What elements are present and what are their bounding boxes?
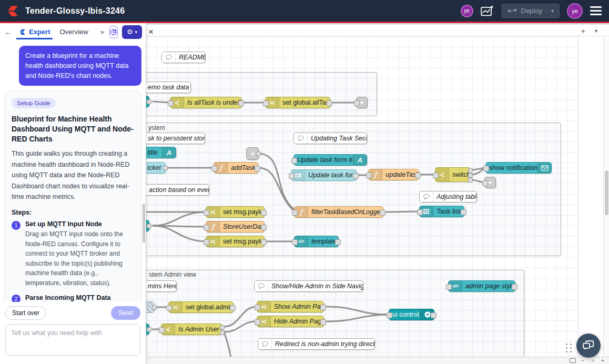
ui-text-node[interactable]: Update task form title A	[293, 154, 367, 166]
port[interactable]	[220, 330, 225, 335]
comment-node[interactable]: Updating Task Securely	[293, 133, 367, 144]
flow-editor: + ▾ ystem stem Admin view	[146, 23, 609, 364]
change-icon	[257, 301, 271, 312]
scrollbar-thumb[interactable]	[605, 170, 608, 215]
function-icon: ƒ	[369, 169, 382, 180]
port[interactable]	[147, 327, 151, 332]
comment-node[interactable]: Redirect is non-admin trying direct acce…	[258, 338, 375, 350]
clipped-node[interactable]	[146, 323, 149, 335]
switch-node[interactable]: Is Admin User?	[161, 323, 222, 335]
canvas-vertical-scrollbar[interactable]	[603, 36, 609, 357]
comment-node[interactable]: Adjusting table	[419, 191, 477, 203]
comment-node[interactable]: README	[161, 52, 206, 63]
link-call-node[interactable]	[246, 147, 259, 160]
tab-overview[interactable]: Overview	[57, 24, 90, 39]
guide-intro: This guide walks you through creating a …	[12, 148, 134, 203]
clipped-node[interactable]	[146, 96, 149, 107]
comment-node[interactable]: mins Here	[146, 280, 177, 292]
function-icon: ƒ	[206, 221, 220, 232]
chevron-down-icon: ▾	[135, 29, 138, 35]
group-demo-task-data[interactable]	[146, 72, 377, 116]
setup-guide-badge: Setup Guide	[12, 98, 56, 108]
settings-dropdown-button[interactable]: ⚙▾	[122, 25, 142, 39]
function-node[interactable]: ƒ addTask	[214, 162, 258, 174]
link-out-node[interactable]	[356, 97, 368, 108]
ui-control-node[interactable]: ui control	[389, 309, 434, 320]
port[interactable]	[152, 305, 157, 310]
chat-scrollbar-thumb[interactable]	[143, 204, 145, 243]
deploy-button[interactable]: Deploy ▾	[502, 4, 560, 18]
tab-expert[interactable]: Expert	[16, 24, 53, 39]
chat-fab-button[interactable]	[576, 333, 601, 358]
port[interactable]	[163, 166, 168, 170]
link-arrow-icon	[487, 179, 493, 186]
clipped-node[interactable]	[146, 220, 149, 231]
ai-assistant-icon[interactable]	[481, 5, 494, 17]
ui-notification-node[interactable]: show notification	[485, 162, 552, 174]
port[interactable]	[147, 224, 151, 228]
collapse-tabs-icon[interactable]: »	[99, 28, 105, 36]
guide-title: Blueprint for Machine Health Dashboard U…	[12, 114, 134, 144]
comment-node[interactable]: emo task data	[146, 82, 191, 93]
back-button[interactable]: ←	[4, 27, 12, 36]
function-icon: ƒ	[295, 207, 308, 217]
port[interactable]	[256, 151, 261, 156]
step-number: 1	[12, 221, 21, 230]
steps-label: Steps:	[12, 209, 134, 216]
close-panel-button[interactable]: ×	[146, 27, 156, 37]
port[interactable]	[220, 325, 225, 330]
change-node[interactable]: set msg.payload	[206, 236, 265, 247]
zoom-reset-button[interactable]: ○	[590, 358, 596, 363]
flow-canvas[interactable]: ystem stem Admin view	[146, 36, 603, 357]
chart-panel-button[interactable]	[109, 26, 118, 38]
comment-node[interactable]: Show/Hide Admin in Side Navigation	[254, 280, 363, 292]
switch-node[interactable]: switch	[435, 167, 471, 182]
fab-drag-handle-icon[interactable]	[566, 343, 572, 352]
ui-table-node[interactable]: Task list	[419, 206, 464, 217]
change-node[interactable]: set msg.payload	[206, 206, 265, 218]
chat-history[interactable]: Create a blueprint for a machine health …	[0, 41, 146, 302]
zoom-in-button[interactable]: +	[600, 358, 606, 363]
function-node[interactable]: ƒ updateTask	[368, 169, 419, 180]
add-flow-button[interactable]: +	[581, 27, 585, 35]
send-button[interactable]: Send	[111, 306, 140, 320]
change-icon	[206, 207, 220, 217]
user-message: Create a blueprint for a machine health …	[19, 46, 141, 86]
port[interactable]	[468, 168, 473, 173]
disabled-node[interactable]	[146, 301, 155, 313]
zoom-out-button[interactable]: −	[580, 358, 586, 363]
port[interactable]	[468, 173, 473, 178]
template-icon: </>	[449, 281, 462, 291]
flow-list-caret-icon[interactable]: ▾	[595, 28, 597, 34]
link-out-node[interactable]	[484, 177, 496, 188]
chat-input[interactable]	[5, 324, 140, 356]
avatar-small[interactable]: ye	[461, 5, 473, 17]
comment-node[interactable]: action based on event	[146, 184, 209, 196]
port[interactable]	[147, 99, 151, 104]
change-node[interactable]: Show Admin Page	[257, 301, 324, 312]
ui-template-node[interactable]: </> template	[294, 236, 339, 247]
main-menu-icon[interactable]	[590, 6, 602, 15]
ui-text-node[interactable]: m title A	[146, 147, 176, 158]
deploy-node-icon	[508, 8, 517, 14]
ui-form-node[interactable]: Update task form	[291, 169, 357, 181]
text-icon: A	[162, 147, 176, 158]
change-node[interactable]: Hide Admin Page	[257, 316, 324, 327]
deploy-caret-icon[interactable]: ▾	[546, 8, 554, 14]
form-icon	[291, 170, 305, 180]
ui-template-node[interactable]: </> admin page style	[448, 280, 515, 292]
port[interactable]	[468, 178, 473, 183]
comment-node[interactable]: sk to persistent storage	[146, 133, 205, 144]
avatar-large[interactable]: ye	[567, 3, 583, 19]
switch-icon	[161, 324, 175, 335]
ui-button-node[interactable]: icket	[146, 162, 166, 174]
change-node[interactable]: set global.allTask	[265, 97, 330, 108]
navigator-icon[interactable]	[570, 358, 576, 363]
assistant-panel: ← Expert Overview » ⚙▾ × Create a bluepr…	[0, 23, 146, 364]
start-over-button[interactable]: Start over	[5, 306, 46, 320]
function-node[interactable]: ƒ filterTaskBasedOnLoggedUser	[294, 206, 383, 218]
change-node[interactable]: set global.admins	[168, 301, 234, 313]
switch-node[interactable]: Is allTask is undefined	[170, 97, 242, 108]
function-node[interactable]: ƒ StoreUserData	[206, 221, 265, 232]
flow-tabbar: + ▾	[146, 23, 609, 36]
